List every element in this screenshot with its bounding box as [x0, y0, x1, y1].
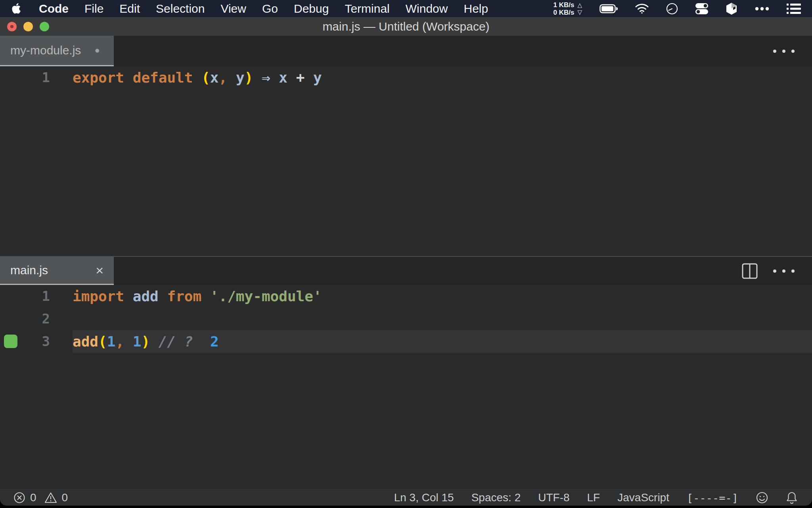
close-window-button[interactable]: [7, 22, 17, 31]
eol-sequence[interactable]: LF: [587, 491, 600, 504]
screen: Code File Edit Selection View Go Debug T…: [0, 0, 812, 508]
code-line[interactable]: 1 export default (x, y) ⇒ x + y: [0, 66, 812, 89]
menu-item-view[interactable]: View: [220, 2, 246, 15]
encoding[interactable]: UTF-8: [538, 491, 569, 504]
top-editor[interactable]: 1 export default (x, y) ⇒ x + y: [0, 66, 812, 256]
warnings-icon[interactable]: [44, 492, 57, 504]
language-mode[interactable]: JavaScript: [617, 491, 669, 504]
menu-item-edit[interactable]: Edit: [119, 2, 140, 15]
minimize-window-button[interactable]: [23, 22, 33, 31]
cursor-position[interactable]: Ln 3, Col 15: [394, 491, 454, 504]
line-number: 1: [0, 66, 73, 89]
code-text: add(1, 1) // ? 2: [73, 330, 219, 353]
download-arrow-icon: ▽: [577, 9, 582, 16]
errors-icon[interactable]: [13, 492, 25, 504]
quokka-coverage-marker[interactable]: [4, 335, 17, 348]
status-bar: 0 0 Ln 3, Col 15 Spaces: 2 UTF-8 LF Java…: [0, 489, 812, 506]
network-down-speed: 0 KB/s: [553, 9, 575, 16]
tab-my-module-js[interactable]: my-module.js ●: [0, 36, 114, 66]
tab-main-js[interactable]: main.js ×: [0, 257, 114, 285]
macos-menu-bar: Code File Edit Selection View Go Debug T…: [0, 0, 812, 17]
code-text: import add from './my-module': [73, 285, 322, 308]
tab-label: main.js: [10, 264, 48, 277]
more-actions-icon[interactable]: [773, 269, 795, 273]
control-center-icon[interactable]: [695, 3, 708, 15]
network-speed-widget[interactable]: 1 KB/s 0 KB/s △ ▽: [553, 1, 582, 16]
menu-item-go[interactable]: Go: [262, 2, 278, 15]
feedback-smiley-icon[interactable]: [756, 491, 768, 504]
menu-item-help[interactable]: Help: [463, 2, 488, 15]
code-line-current[interactable]: 3 add(1, 1) // ? 2: [0, 330, 812, 353]
maximize-window-button[interactable]: [40, 22, 49, 31]
quokka-status-indicator[interactable]: [----=-]: [687, 492, 738, 504]
menu-item-window[interactable]: Window: [406, 2, 448, 15]
wifi-icon[interactable]: [635, 4, 649, 14]
errors-count[interactable]: 0: [30, 491, 36, 504]
package-box-icon[interactable]: [726, 2, 737, 15]
code-text: export default (x, y) ⇒ x + y: [73, 66, 322, 89]
code-line[interactable]: 2: [0, 308, 812, 330]
indentation[interactable]: Spaces: 2: [471, 491, 521, 504]
top-editor-tab-bar: my-module.js ●: [0, 36, 812, 66]
menu-item-debug[interactable]: Debug: [294, 2, 329, 15]
notifications-bell-icon[interactable]: [786, 491, 798, 504]
bottom-editor[interactable]: 1 import add from './my-module' 2 3 add(…: [0, 285, 812, 489]
menu-item-terminal[interactable]: Terminal: [345, 2, 389, 15]
network-up-speed: 1 KB/s: [553, 1, 575, 9]
menu-item-file[interactable]: File: [84, 2, 103, 15]
tab-label: my-module.js: [10, 44, 81, 57]
window-title: main.js — Untitled (Workspace): [322, 20, 489, 33]
battery-icon[interactable]: [599, 4, 618, 13]
apple-icon[interactable]: [12, 3, 21, 14]
more-menu-icon[interactable]: [755, 7, 769, 11]
window-title-bar: main.js — Untitled (Workspace): [0, 17, 812, 36]
list-menu-icon[interactable]: [787, 4, 801, 14]
modified-dot-icon[interactable]: ●: [94, 45, 100, 56]
split-editor-icon[interactable]: [741, 263, 758, 279]
menu-app-name[interactable]: Code: [39, 2, 69, 15]
close-tab-icon[interactable]: ×: [96, 264, 103, 277]
line-number: 2: [0, 308, 73, 330]
more-actions-icon[interactable]: [773, 50, 795, 53]
bottom-editor-tab-bar: main.js ×: [0, 257, 812, 285]
warnings-count[interactable]: 0: [62, 491, 68, 504]
clock-icon[interactable]: [666, 3, 678, 15]
code-line[interactable]: 1 import add from './my-module': [0, 285, 812, 308]
menu-item-selection[interactable]: Selection: [156, 2, 205, 15]
upload-arrow-icon: △: [577, 2, 582, 9]
line-number: 1: [0, 285, 73, 308]
